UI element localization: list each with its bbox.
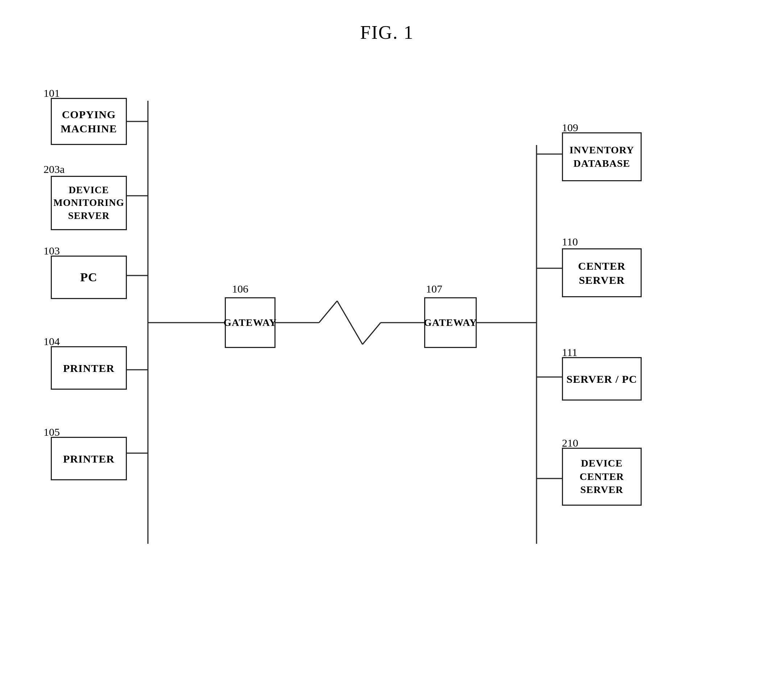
box-center-server: CENTER SERVER (562, 248, 642, 297)
box-inventory-database: INVENTORY DATABASE (562, 132, 642, 181)
box-pc: PC (51, 256, 127, 299)
box-gateway1: GATEWAY (225, 297, 276, 348)
box-gateway2: GATEWAY (424, 297, 477, 348)
label-106: 106 (232, 283, 248, 295)
label-111: 111 (562, 346, 577, 359)
label-109: 109 (562, 121, 578, 134)
label-203a: 203a (43, 163, 64, 175)
fig-title: FIG. 1 (0, 0, 774, 43)
box-copying-machine: COPYING MACHINE (51, 98, 127, 145)
svg-line-10 (362, 323, 380, 344)
label-104: 104 (43, 335, 60, 348)
box-printer2: PRINTER (51, 437, 127, 480)
label-107: 107 (426, 283, 442, 295)
box-device-monitoring-server: DEVICE MONITORING SERVER (51, 176, 127, 230)
connector-lines (22, 51, 752, 678)
label-103: 103 (43, 245, 60, 257)
svg-line-9 (337, 301, 362, 344)
box-server-pc: SERVER / PC (562, 357, 642, 400)
box-printer1: PRINTER (51, 346, 127, 390)
label-105: 105 (43, 426, 60, 438)
box-device-center-server: DEVICE CENTER SERVER (562, 448, 642, 506)
diagram-container: 101 COPYING MACHINE 203a DEVICE MONITORI… (22, 51, 752, 678)
label-101: 101 (43, 87, 60, 99)
label-210: 210 (562, 437, 578, 449)
svg-line-8 (319, 301, 337, 323)
label-110: 110 (562, 236, 578, 248)
